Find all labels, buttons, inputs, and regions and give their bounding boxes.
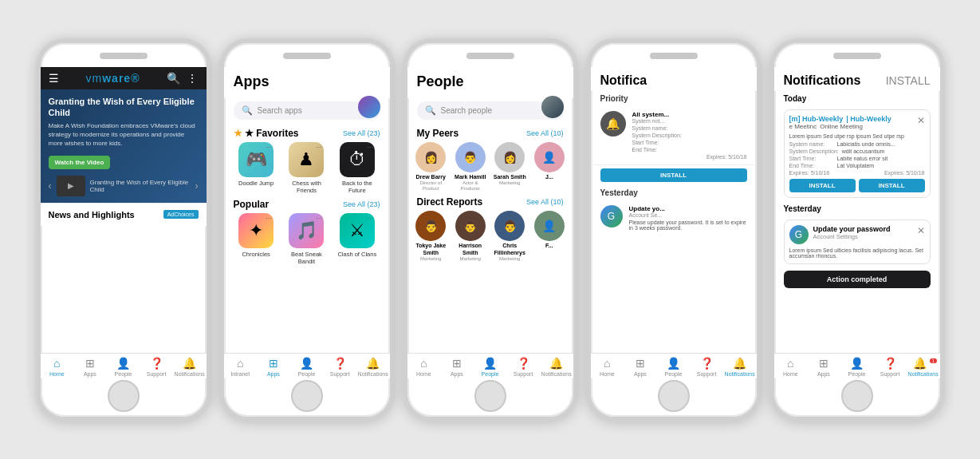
beat-sneak-name: Beat Sneak Bandit bbox=[284, 251, 329, 265]
peer-mark-role: Actor & Producer bbox=[453, 180, 488, 192]
reports-row: 👨 Tokyo Jake Smith Marketing 👨 Harrison … bbox=[407, 211, 573, 262]
nav2-notifications[interactable]: 🔔 Notifications bbox=[356, 357, 390, 377]
report-tokyo[interactable]: 👨 Tokyo Jake Smith Marketing bbox=[414, 211, 449, 262]
nav-support[interactable]: ❓ Support bbox=[140, 357, 173, 377]
nav3-home[interactable]: ⌂ Home bbox=[407, 357, 441, 377]
app-back-future[interactable]: ⏱⋯ Back to the Future bbox=[334, 142, 380, 194]
report-other[interactable]: 👤 F... bbox=[532, 211, 567, 262]
direct-reports-see-all[interactable]: See All (10) bbox=[526, 198, 564, 206]
nav3-apps[interactable]: ⊞ Apps bbox=[440, 357, 474, 377]
news-section: News and Highlights AdChoices bbox=[41, 203, 207, 226]
my-peers-see-all[interactable]: See All (10) bbox=[526, 129, 564, 137]
nav4-home[interactable]: ⌂ Home bbox=[591, 357, 624, 377]
hub-start-val: Labite natus error sit bbox=[837, 156, 888, 161]
app-chess[interactable]: ♟⋯ Chess with Friends bbox=[284, 142, 329, 194]
watch-video-button[interactable]: Watch the Video bbox=[49, 156, 111, 169]
hub-card-header: [m] Hub-Weekly | Hub-Weekly e Meetinc On… bbox=[789, 115, 925, 130]
popular-header: Popular See All (23) bbox=[224, 194, 390, 213]
notif-item-1: 🔔 All system... System not... System nam… bbox=[591, 106, 757, 165]
peer-drew[interactable]: 👩 Drew Barry Director of Product bbox=[414, 142, 449, 192]
more-options-icon[interactable]: INSTALL bbox=[886, 74, 931, 87]
nav-notifications[interactable]: 🔔 Notifications bbox=[173, 357, 207, 377]
nav2-intranet[interactable]: ⌂ Intranet bbox=[224, 357, 258, 377]
nav-notifications-label: Notifications bbox=[175, 371, 205, 377]
carousel-prev[interactable]: ‹ bbox=[49, 180, 52, 192]
install-button-4[interactable]: INSTALL bbox=[600, 168, 747, 182]
nav5-support[interactable]: ❓ Support bbox=[873, 357, 907, 377]
nav2-support[interactable]: ❓ Support bbox=[323, 357, 356, 377]
vmware-logo: vmware® bbox=[86, 72, 140, 85]
nav2-people[interactable]: 👤 People bbox=[290, 357, 324, 377]
nav3-notifications[interactable]: 🔔 Notifications bbox=[540, 357, 573, 377]
notifications-icon: 🔔 bbox=[183, 357, 196, 370]
chess-icon: ♟⋯ bbox=[289, 142, 324, 177]
phone-5-inner: Notifications INSTALL Today [m] Hub-Week… bbox=[774, 67, 940, 377]
direct-reports-title: Direct Reports bbox=[417, 196, 483, 208]
hub-install-btn-1[interactable]: INSTALL bbox=[789, 179, 856, 192]
popular-grid: ✦⋯ Chronicles 🎵⋯ Beat Sneak Bandit ⚔⋯ Cl… bbox=[224, 213, 390, 265]
carousel-next[interactable]: › bbox=[195, 180, 199, 192]
vm-text: vm bbox=[86, 72, 103, 85]
app-beat-sneak[interactable]: 🎵⋯ Beat Sneak Bandit bbox=[284, 213, 329, 265]
nav4-support[interactable]: ❓ Support bbox=[690, 357, 723, 377]
nav4-people[interactable]: 👤 People bbox=[657, 357, 691, 377]
user-avatar-3[interactable] bbox=[541, 96, 564, 118]
intranet-icon: ⌂ bbox=[237, 357, 243, 370]
ad-choices[interactable]: AdChoices bbox=[163, 210, 199, 219]
search-icon[interactable]: 🔍 bbox=[167, 72, 180, 85]
hero-description: Make A Wish Foundation embraces VMware's… bbox=[49, 121, 199, 148]
hub-install-btn-2[interactable]: INSTALL bbox=[859, 179, 925, 192]
notif-content-1: All system... System not... System name:… bbox=[632, 111, 747, 160]
phone-1-inner: ☰ vmware® 🔍 ⋮ Granting the Wish of Every… bbox=[41, 67, 207, 377]
more-icon[interactable]: ⋮ bbox=[187, 72, 198, 85]
end-time-label: End Time: bbox=[632, 147, 680, 152]
more-dot: ⋯ bbox=[266, 144, 272, 151]
nav4-apps[interactable]: ⊞ Apps bbox=[624, 357, 657, 377]
app-chronicles[interactable]: ✦⋯ Chronicles bbox=[234, 213, 279, 265]
hub-close-icon[interactable]: ✕ bbox=[917, 115, 925, 126]
menu-icon[interactable]: ☰ bbox=[49, 72, 59, 85]
nav-apps[interactable]: ⊞ Apps bbox=[73, 357, 107, 377]
phones-container: ☰ vmware® 🔍 ⋮ Granting the Wish of Every… bbox=[36, 38, 945, 421]
hub-row-desc: System Description: wdit accusantium bbox=[789, 148, 925, 154]
popular-see-all[interactable]: See All (23) bbox=[343, 200, 380, 208]
peer-sarah[interactable]: 👩 Sarah Smith Marketing bbox=[493, 142, 528, 192]
report-tokyo-name: Tokyo Jake Smith bbox=[414, 243, 449, 256]
report-tokyo-avatar: 👨 bbox=[415, 211, 446, 241]
nav-people[interactable]: 👤 People bbox=[107, 357, 140, 377]
report-chris[interactable]: 👨 Chris Fillinhenrys Marketing bbox=[493, 211, 528, 262]
app-doodle-jump[interactable]: 🎮⋯ Doodle Jump bbox=[234, 142, 279, 194]
upc-close-icon[interactable]: ✕ bbox=[917, 225, 925, 236]
nav4-home-label: Home bbox=[600, 371, 615, 377]
nav3-people[interactable]: 👤 People bbox=[474, 357, 507, 377]
nav-home[interactable]: ⌂ Home bbox=[41, 357, 74, 377]
report-harrison[interactable]: 👨 Harrison Smith Marketing bbox=[453, 211, 488, 262]
people-icon: 👤 bbox=[116, 357, 130, 370]
nav5-apps-label: Apps bbox=[817, 371, 830, 377]
peer-mark[interactable]: 👨 Mark Hamill Actor & Producer bbox=[453, 142, 488, 192]
hub-row-start: Start Time: Labite natus error sit bbox=[789, 156, 925, 161]
nav2-apps[interactable]: ⊞ Apps bbox=[257, 357, 290, 377]
app-clash[interactable]: ⚔⋯ Clash of Clans bbox=[334, 213, 380, 265]
more-dot: ⋯ bbox=[316, 144, 322, 151]
nav4-notifications[interactable]: 🔔 Notifications bbox=[723, 357, 757, 377]
hub-subtitle2: Online Meeting bbox=[820, 123, 863, 130]
peer-other[interactable]: 👤 J... bbox=[532, 142, 567, 192]
nav5-people[interactable]: 👤 People bbox=[840, 357, 874, 377]
nav3-people-label: People bbox=[482, 371, 499, 377]
hub-titles: [m] Hub-Weekly | Hub-Weekly e Meetinc On… bbox=[789, 115, 891, 130]
upc-header: G Update your password Account Settings … bbox=[789, 225, 925, 244]
nav5-apps[interactable]: ⊞ Apps bbox=[807, 357, 840, 377]
nav5-people-label: People bbox=[848, 371, 866, 377]
nav5-notifications[interactable]: 🔔1 Notifications bbox=[907, 357, 940, 377]
report-other-name: F... bbox=[545, 243, 553, 249]
nav3-support[interactable]: ❓ Support bbox=[506, 357, 540, 377]
phone-3-people: People 🔍 Search people My Peers See All … bbox=[403, 38, 578, 421]
chronicles-name: Chronicles bbox=[242, 251, 270, 258]
nav5-home[interactable]: ⌂ Home bbox=[774, 357, 808, 377]
favorites-title: ★ ★ Favorites bbox=[234, 128, 299, 139]
hub-title-row: [m] Hub-Weekly | Hub-Weekly bbox=[789, 115, 891, 123]
user-avatar[interactable] bbox=[358, 96, 380, 118]
chess-name: Chess with Friends bbox=[284, 180, 329, 194]
favorites-see-all[interactable]: See All (23) bbox=[343, 129, 380, 137]
